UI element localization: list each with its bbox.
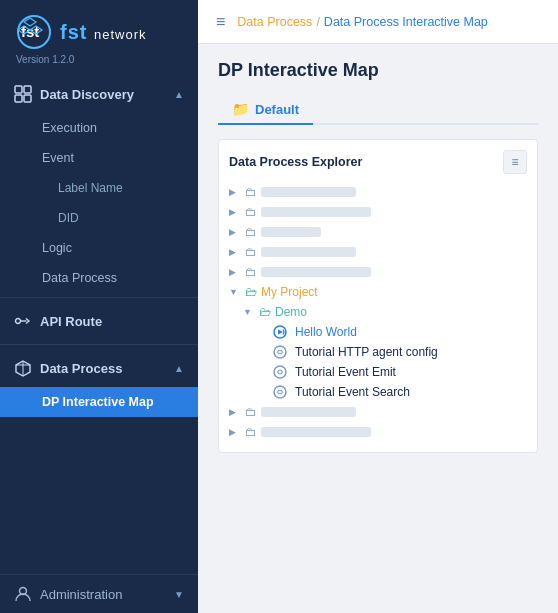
section-data-discovery-header[interactable]: Data Discovery ▲ (0, 75, 198, 113)
logo-area: fst fst network (0, 0, 198, 54)
section-api-route-label: API Route (40, 314, 184, 329)
sidebar-item-label-name[interactable]: Label Name (0, 173, 198, 203)
tutorial-event-emit-label: Tutorial Event Emit (295, 365, 396, 379)
folder-icon: 🗀 (245, 225, 257, 239)
section-data-process-label: Data Process (40, 361, 166, 376)
breadcrumb-current: Data Process Interactive Map (324, 15, 488, 29)
svg-point-16 (274, 366, 286, 378)
tutorial-http-label: Tutorial HTTP agent config (295, 345, 438, 359)
tree-row-2[interactable]: ▶ 🗀 (219, 202, 537, 222)
tabs-bar: 📁 Default (218, 95, 538, 125)
tab-default[interactable]: 📁 Default (218, 95, 313, 125)
route-icon (14, 312, 32, 330)
sidebar-item-data-process-sub[interactable]: Data Process (0, 263, 198, 293)
tab-folder-icon: 📁 (232, 101, 249, 117)
section-api-route: API Route (0, 302, 198, 340)
arrow-icon: ▶ (229, 207, 241, 217)
section-administration-label: Administration (40, 587, 166, 602)
tutorial-event-search-label: Tutorial Event Search (295, 385, 410, 399)
logo-text: fst network (60, 21, 147, 44)
tree-tutorial-event-emit[interactable]: ▶ Tutorial Event Emit (219, 362, 537, 382)
cube-icon (14, 359, 32, 377)
breadcrumb: Data Process / Data Process Interactive … (237, 15, 487, 29)
process-blue-icon (273, 325, 287, 339)
blurred-label (261, 407, 356, 417)
blurred-label (261, 247, 356, 257)
tree-hello-world[interactable]: ▶ Hello World (219, 322, 537, 342)
process-gray-icon (273, 345, 287, 359)
section-api-route-header[interactable]: API Route (0, 302, 198, 340)
sidebar-item-execution[interactable]: Execution (0, 113, 198, 143)
svg-point-9 (16, 319, 21, 324)
tree-row-4[interactable]: ▶ 🗀 (219, 242, 537, 262)
svg-rect-8 (24, 95, 31, 102)
svg-point-15 (274, 346, 286, 358)
divider-1 (0, 297, 198, 298)
tree-tutorial-event-search[interactable]: ▶ Tutorial Event Search (219, 382, 537, 402)
my-project-label: My Project (261, 285, 318, 299)
section-data-process-header[interactable]: Data Process ▲ (0, 349, 198, 387)
svg-point-17 (274, 386, 286, 398)
topbar: ≡ Data Process / Data Process Interactiv… (198, 0, 558, 44)
section-data-discovery: Data Discovery ▲ Execution Event Label N… (0, 75, 198, 293)
logo-fst: fst (60, 21, 87, 43)
blurred-label (261, 427, 371, 437)
folder-icon: 🗀 (245, 405, 257, 419)
tree-demo[interactable]: ▼ 🗁 Demo (219, 302, 537, 322)
arrow-down-icon: ▼ (229, 287, 241, 297)
svg-rect-7 (15, 95, 22, 102)
folder-icon: 🗀 (245, 245, 257, 259)
arrow-icon: ▶ (229, 427, 241, 437)
tree-row-6[interactable]: ▶ 🗀 (219, 402, 537, 422)
sidebar-item-logic[interactable]: Logic (0, 233, 198, 263)
sidebar-bottom: Administration ▼ (0, 574, 198, 613)
explorer-menu-button[interactable]: ≡ (503, 150, 527, 174)
hamburger-icon[interactable]: ≡ (216, 13, 225, 31)
blurred-label (261, 227, 321, 237)
arrow-icon: ▶ (229, 247, 241, 257)
svg-rect-5 (15, 86, 22, 93)
sidebar-item-dp-interactive-map[interactable]: DP Interactive Map (0, 387, 198, 417)
arrow-down-icon: ▼ (243, 307, 255, 317)
explorer-title: Data Process Explorer (229, 155, 362, 169)
section-data-discovery-label: Data Discovery (40, 87, 166, 102)
logo-network: network (94, 27, 147, 42)
folder-icon: 🗀 (245, 425, 257, 439)
sidebar-item-event[interactable]: Event (0, 143, 198, 173)
section-administration-header[interactable]: Administration ▼ (0, 575, 198, 613)
demo-label: Demo (275, 305, 307, 319)
process-gray-icon-2 (273, 365, 287, 379)
tree-my-project[interactable]: ▼ 🗁 My Project (219, 282, 537, 302)
tree-row-7[interactable]: ▶ 🗀 (219, 422, 537, 442)
hello-world-label: Hello World (295, 325, 357, 339)
svg-rect-6 (24, 86, 31, 93)
breadcrumb-separator: / (316, 15, 319, 29)
version-label: Version 1.2.0 (0, 54, 198, 75)
divider-2 (0, 344, 198, 345)
arrow-icon: ▶ (229, 267, 241, 277)
fst-logo-icon: fst (16, 14, 52, 50)
arrow-icon: ▶ (229, 407, 241, 417)
blurred-label (261, 187, 356, 197)
arrow-icon: ▶ (229, 187, 241, 197)
tree-row-3[interactable]: ▶ 🗀 (219, 222, 537, 242)
section-administration-chevron: ▼ (174, 589, 184, 600)
page-content: DP Interactive Map 📁 Default Data Proces… (198, 44, 558, 613)
folder-icon: 🗀 (245, 265, 257, 279)
sidebar-item-did[interactable]: DID (0, 203, 198, 233)
explorer-header: Data Process Explorer ≡ (219, 150, 537, 182)
open-folder-icon: 🗁 (259, 305, 271, 319)
page-title: DP Interactive Map (218, 60, 538, 81)
section-data-process: Data Process ▲ DP Interactive Map (0, 349, 198, 417)
tab-default-label: Default (255, 102, 299, 117)
tree-tutorial-http[interactable]: ▶ Tutorial HTTP agent config (219, 342, 537, 362)
breadcrumb-parent[interactable]: Data Process (237, 15, 312, 29)
tree-row-1[interactable]: ▶ 🗀 (219, 182, 537, 202)
process-gray-icon-3 (273, 385, 287, 399)
blurred-label (261, 267, 371, 277)
section-data-process-chevron: ▲ (174, 363, 184, 374)
tree-row-5[interactable]: ▶ 🗀 (219, 262, 537, 282)
section-data-discovery-chevron: ▲ (174, 89, 184, 100)
explorer-panel: Data Process Explorer ≡ ▶ 🗀 ▶ 🗀 ▶ 🗀 (218, 139, 538, 453)
sidebar: fst fst network Version 1.2.0 Data Disco… (0, 0, 198, 613)
